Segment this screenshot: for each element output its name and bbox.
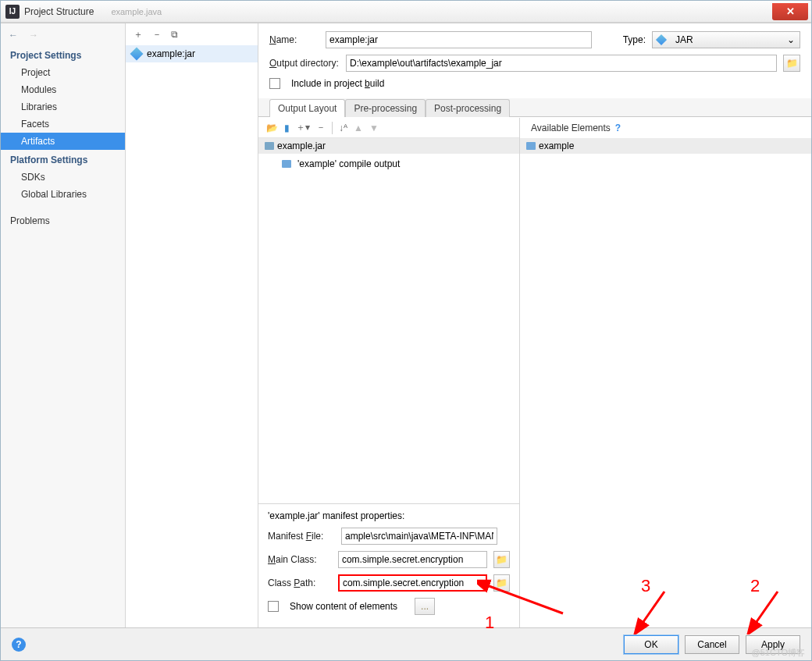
watermark: @51CTO博客 bbox=[752, 647, 805, 659]
name-input[interactable] bbox=[326, 31, 592, 48]
nav-item-artifacts[interactable]: Artifacts bbox=[1, 133, 125, 150]
browse-class-path-button[interactable]: 📁 bbox=[493, 574, 510, 592]
nav-item-global-libraries[interactable]: Global Libraries bbox=[1, 186, 125, 203]
close-button[interactable]: ✕ bbox=[772, 3, 808, 20]
browse-main-class-button[interactable]: 📁 bbox=[493, 551, 510, 568]
artifact-name: example:jar bbox=[147, 48, 195, 59]
include-build-checkbox[interactable] bbox=[269, 78, 280, 89]
tab-pre-processing[interactable]: Pre-processing bbox=[345, 99, 426, 117]
tree-root[interactable]: example.jar bbox=[258, 138, 519, 154]
add-icon[interactable]: ＋ bbox=[134, 28, 143, 41]
nav-item-modules[interactable]: Modules bbox=[1, 81, 125, 98]
manifest-panel: 'example.jar' manifest properties: Manif… bbox=[258, 503, 519, 627]
layout-toolbar: 📂 ▮ ＋▾ － ↓ᴬ ▲ ▼ bbox=[258, 118, 519, 138]
app-icon: IJ bbox=[5, 5, 20, 19]
artifact-list-item[interactable]: example:jar bbox=[126, 45, 258, 62]
nav-item-libraries[interactable]: Libraries bbox=[1, 98, 125, 115]
available-elements-heading: Available Elements ? bbox=[520, 118, 811, 138]
new-archive-icon[interactable]: ▮ bbox=[284, 123, 290, 133]
titlebar: IJ Project Structure example.java ✕ bbox=[1, 1, 811, 23]
new-folder-icon[interactable]: 📂 bbox=[266, 123, 278, 133]
tree-item-compile-output[interactable]: 'example' compile output bbox=[258, 157, 519, 171]
tab-output-layout[interactable]: Output Layout bbox=[269, 99, 345, 117]
help-button[interactable]: ? bbox=[12, 638, 26, 652]
type-dropdown[interactable]: JAR ⌄ bbox=[652, 31, 800, 48]
editor-tab-ghost: example.java bbox=[103, 5, 169, 18]
show-content-checkbox[interactable] bbox=[268, 601, 279, 612]
move-down-icon[interactable]: ▼ bbox=[369, 123, 379, 133]
outdir-input[interactable] bbox=[346, 55, 777, 72]
dialog-button-bar: ? OK Cancel Apply bbox=[1, 627, 811, 660]
tab-post-processing[interactable]: Post-processing bbox=[426, 99, 510, 117]
window-title: Project Structure bbox=[24, 6, 94, 17]
artifact-list-panel: ＋ － ⧉ example:jar bbox=[126, 23, 258, 627]
show-content-ellipsis-button[interactable]: ... bbox=[415, 598, 435, 615]
remove-item-icon[interactable]: － bbox=[316, 121, 326, 134]
nav-heading-platform-settings: Platform Settings bbox=[1, 150, 125, 169]
ok-button[interactable]: OK bbox=[624, 635, 678, 654]
add-copy-icon[interactable]: ＋▾ bbox=[296, 121, 310, 134]
show-content-label: Show content of elements bbox=[290, 601, 397, 612]
artifact-toolbar: ＋ － ⧉ bbox=[126, 23, 258, 45]
manifest-heading: 'example.jar' manifest properties: bbox=[268, 510, 510, 521]
sort-icon[interactable]: ↓ᴬ bbox=[339, 123, 347, 133]
module-icon bbox=[526, 142, 536, 150]
browse-outdir-button[interactable]: 📁 bbox=[783, 55, 800, 72]
nav-item-facets[interactable]: Facets bbox=[1, 115, 125, 133]
archive-icon bbox=[265, 142, 274, 150]
manifest-file-label: Manifest File: bbox=[268, 531, 335, 542]
include-build-label: Include in project build bbox=[291, 78, 384, 89]
nav-item-project[interactable]: Project bbox=[1, 64, 125, 81]
output-layout-tree-panel: 📂 ▮ ＋▾ － ↓ᴬ ▲ ▼ example.jar bbox=[258, 118, 520, 627]
move-up-icon[interactable]: ▲ bbox=[354, 123, 363, 133]
artifact-tabs: Output Layout Pre-processing Post-proces… bbox=[258, 98, 811, 117]
nav-item-problems[interactable]: Problems bbox=[1, 212, 125, 229]
nav-history: ← → bbox=[1, 30, 125, 45]
forward-icon[interactable]: → bbox=[29, 30, 38, 41]
nav-heading-project-settings: Project Settings bbox=[1, 45, 125, 64]
nav-item-sdks[interactable]: SDKs bbox=[1, 169, 125, 186]
help-icon[interactable]: ? bbox=[615, 123, 621, 133]
class-path-label: Class Path: bbox=[268, 577, 332, 588]
outdir-label: Output directory: bbox=[269, 58, 340, 69]
copy-icon[interactable]: ⧉ bbox=[171, 29, 178, 40]
tree-root-label: example.jar bbox=[277, 140, 326, 151]
chevron-down-icon: ⌄ bbox=[787, 34, 795, 45]
back-icon[interactable]: ← bbox=[9, 30, 18, 41]
cancel-button[interactable]: Cancel bbox=[685, 635, 739, 654]
type-label: Type: bbox=[623, 34, 646, 45]
available-element-item[interactable]: example bbox=[520, 138, 811, 154]
manifest-file-input[interactable] bbox=[341, 528, 497, 545]
name-label: Name: bbox=[269, 34, 319, 45]
main-class-input[interactable] bbox=[338, 551, 487, 568]
remove-icon[interactable]: － bbox=[152, 28, 162, 41]
left-nav: ← → Project Settings Project Modules Lib… bbox=[1, 23, 126, 627]
available-elements-panel: Available Elements ? example bbox=[520, 118, 811, 627]
module-output-icon bbox=[282, 160, 291, 168]
class-path-input[interactable] bbox=[338, 574, 487, 592]
artifact-detail-panel: Name: Type: JAR ⌄ Output directory: 📁 bbox=[258, 23, 811, 627]
main-class-label: Main Class: bbox=[268, 554, 332, 565]
artifact-icon bbox=[130, 48, 144, 61]
